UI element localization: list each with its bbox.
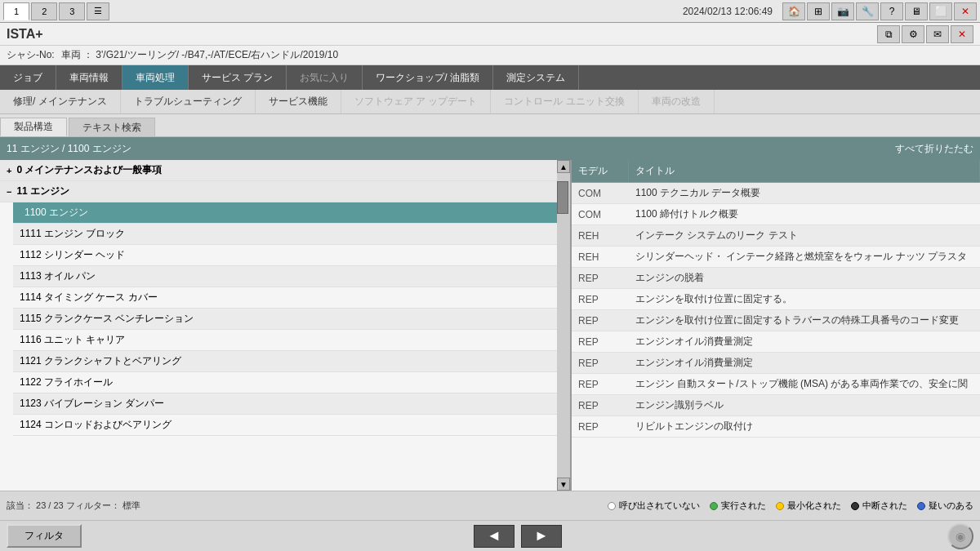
nav-tab-service-plan[interactable]: サービス プラン bbox=[189, 65, 287, 90]
right-row-7[interactable]: REP エンジンオイル消費量測定 bbox=[572, 331, 980, 353]
model-cell-4: REP bbox=[572, 273, 629, 284]
copy-icon[interactable]: ⧉ bbox=[877, 25, 900, 43]
right-row-3[interactable]: REH シリンダーヘッド・ インテーク経路と燃焼室ををウォール ナッツ プラスタ bbox=[572, 247, 980, 268]
gear-icon[interactable]: ⚙ bbox=[902, 25, 924, 43]
status-text: 該当： 23 / 23 フィルター： 標準 bbox=[7, 500, 598, 512]
legend-dot-interrupted bbox=[851, 502, 859, 510]
app-close-icon[interactable]: ✕ bbox=[951, 25, 973, 43]
tab-3[interactable]: 3 bbox=[59, 2, 85, 20]
tree-item-1122[interactable]: 1122 フライホイール bbox=[13, 372, 557, 393]
tree-item-label-1112: 1112 シリンダー ヘッド bbox=[20, 248, 125, 262]
tab-structure[interactable]: 製品構造 bbox=[0, 118, 67, 136]
vehicle-label: シャシ-No: bbox=[7, 48, 55, 62]
tree-item-1111[interactable]: 1111 エンジン ブロック bbox=[13, 224, 557, 245]
tree-item-group-1[interactable]: − 11 エンジン bbox=[0, 181, 557, 202]
tree-item-1115[interactable]: 1115 クランクケース ベンチレーション bbox=[13, 309, 557, 330]
title-cell-5: エンジンを取付け位置に固定する。 bbox=[629, 292, 980, 306]
wrench-icon[interactable]: 🔧 bbox=[856, 2, 879, 20]
model-cell-10: REP bbox=[572, 400, 629, 411]
tree-list[interactable]: + 0 メインテナンスおよび一般事項 − 11 エンジン 1100 エンジン 1… bbox=[0, 160, 557, 491]
tree-item-1123[interactable]: 1123 バイブレーション ダンパー bbox=[13, 393, 557, 415]
tab-2[interactable]: 2 bbox=[31, 2, 57, 20]
legend-dot-minimized bbox=[776, 502, 784, 510]
monitor-icon[interactable]: 🖥 bbox=[905, 2, 928, 20]
nav-tab-measure[interactable]: 測定システム bbox=[493, 65, 579, 90]
tree-item-1124[interactable]: 1124 コンロッドおよびベアリング bbox=[13, 415, 557, 436]
right-list[interactable]: COM 1100 テクニカル データ概要 COM 1100 締付けトルク概要 R… bbox=[572, 183, 980, 491]
sub-nav: 修理/ メインテナンス トラブルシューティング サービス機能 ソフトウェア ア … bbox=[0, 90, 980, 114]
home-icon[interactable]: 🏠 bbox=[782, 2, 805, 20]
vehicle-info: 車両 ： 3'/G21/ツーリング/ -/B47,-/AT/ECE/右ハンドル/… bbox=[61, 48, 339, 62]
title-cell-10: エンジン識別ラベル bbox=[629, 398, 980, 412]
right-row-2[interactable]: REH インテーク システムのリーク テスト bbox=[572, 225, 980, 247]
mail-icon[interactable]: ✉ bbox=[926, 25, 949, 43]
col-header-model[interactable]: モデル bbox=[572, 160, 629, 182]
window-icon[interactable]: ⬜ bbox=[929, 2, 952, 20]
camera-icon[interactable]: 📷 bbox=[831, 2, 854, 20]
subnav-service-func[interactable]: サービス機能 bbox=[256, 90, 341, 113]
title-cell-4: エンジンの脱着 bbox=[629, 271, 980, 285]
nav-tab-vehicle-process[interactable]: 車両処理 bbox=[122, 65, 189, 90]
right-row-6[interactable]: REP エンジンを取付け位置に固定するトラバースの特殊工具番号のコード変更 bbox=[572, 310, 980, 331]
model-cell-7: REP bbox=[572, 336, 629, 348]
legend-label-executed: 実行された bbox=[721, 500, 766, 512]
collapse-btn[interactable]: すべて折りたたむ bbox=[895, 142, 973, 156]
subnav-troubleshoot[interactable]: トラブルシューティング bbox=[121, 90, 256, 113]
tree-item-1113[interactable]: 1113 オイル パン bbox=[13, 266, 557, 287]
action-button[interactable]: ◉ bbox=[947, 523, 973, 549]
status-bar: 該当： 23 / 23 フィルター： 標準 呼び出されていない 実行された 最小… bbox=[0, 491, 980, 520]
tree-item-label-0: 0 メインテナンスおよび一般事項 bbox=[16, 163, 162, 177]
subnav-repair[interactable]: 修理/ メインテナンス bbox=[0, 90, 121, 113]
tree-item-label-1: 11 エンジン bbox=[16, 184, 69, 198]
nav-tab-job[interactable]: ジョブ bbox=[0, 65, 56, 90]
tree-item-1112[interactable]: 1112 シリンダー ヘッド bbox=[13, 245, 557, 266]
tree-item-1100[interactable]: 1100 エンジン bbox=[13, 202, 557, 224]
page-tabs: 製品構造 テキスト検索 bbox=[0, 114, 980, 137]
forward-button[interactable]: ► bbox=[521, 525, 562, 548]
right-row-0[interactable]: COM 1100 テクニカル データ概要 bbox=[572, 183, 980, 204]
nav-tabs: ジョブ 車両情報 車両処理 サービス プラン お気に入り ワークショップ/ 油脂… bbox=[0, 65, 980, 90]
right-row-9[interactable]: REP エンジン 自動スタート/ストップ機能 (MSA) がある車両作業での、安… bbox=[572, 374, 980, 395]
right-row-1[interactable]: COM 1100 締付けトルク概要 bbox=[572, 204, 980, 225]
legend-label-not-called: 呼び出されていない bbox=[619, 500, 700, 512]
grid-icon[interactable]: ⊞ bbox=[807, 2, 830, 20]
model-cell-11: REP bbox=[572, 421, 629, 433]
tab-text-search[interactable]: テキスト検索 bbox=[69, 118, 155, 136]
back-button[interactable]: ◄ bbox=[474, 525, 514, 548]
help-icon[interactable]: ? bbox=[880, 2, 903, 20]
model-cell-6: REP bbox=[572, 315, 629, 327]
tree-item-1114[interactable]: 1114 タイミング ケース カバー bbox=[13, 287, 557, 309]
model-cell-1: COM bbox=[572, 209, 629, 220]
legend-interrupted: 中断された bbox=[851, 500, 907, 512]
right-row-4[interactable]: REP エンジンの脱着 bbox=[572, 268, 980, 289]
left-scroll-area: ▲ ▼ bbox=[557, 160, 570, 491]
title-cell-11: リビルトエンジンの取付け bbox=[629, 420, 980, 433]
nav-tab-workshop[interactable]: ワークショップ/ 油脂類 bbox=[363, 65, 493, 90]
legend-executed: 実行された bbox=[710, 500, 766, 512]
tree-item-group-0[interactable]: + 0 メインテナンスおよび一般事項 bbox=[0, 160, 557, 181]
app-title: ISTA+ bbox=[7, 27, 875, 42]
legend-dot-executed bbox=[710, 502, 718, 510]
model-cell-8: REP bbox=[572, 358, 629, 369]
tree-item-1121[interactable]: 1121 クランクシャフトとベアリング bbox=[13, 351, 557, 372]
tree-item-label-1122: 1122 フライホイール bbox=[20, 375, 113, 389]
vehicle-bar: シャシ-No: 車両 ： 3'/G21/ツーリング/ -/B47,-/AT/EC… bbox=[0, 46, 980, 65]
list-view-btn[interactable]: ☰ bbox=[87, 2, 109, 20]
col-header-title[interactable]: タイトル bbox=[629, 160, 980, 182]
right-row-8[interactable]: REP エンジンオイル消費量測定 bbox=[572, 353, 980, 374]
right-row-10[interactable]: REP エンジン識別ラベル bbox=[572, 395, 980, 416]
title-cell-6: エンジンを取付け位置に固定するトラバースの特殊工具番号のコード変更 bbox=[629, 313, 980, 327]
tree-item-label-1124: 1124 コンロッドおよびベアリング bbox=[20, 418, 172, 432]
right-row-11[interactable]: REP リビルトエンジンの取付け bbox=[572, 416, 980, 438]
tree-item-label-1100: 1100 エンジン bbox=[24, 206, 88, 220]
scroll-down-btn[interactable]: ▼ bbox=[557, 478, 570, 491]
scroll-up-btn[interactable]: ▲ bbox=[557, 160, 570, 173]
close-icon[interactable]: ✕ bbox=[954, 2, 977, 20]
right-row-5[interactable]: REP エンジンを取付け位置に固定する。 bbox=[572, 289, 980, 310]
subnav-software-update: ソフトウェア ア ップデート bbox=[341, 90, 492, 113]
legend-label-suspicious: 疑いのある bbox=[929, 500, 973, 512]
filter-button[interactable]: フィルタ bbox=[7, 524, 82, 548]
tree-item-1116[interactable]: 1116 ユニット キャリア bbox=[13, 330, 557, 351]
nav-tab-vehicle-info[interactable]: 車両情報 bbox=[56, 65, 122, 90]
tab-1[interactable]: 1 bbox=[3, 2, 29, 20]
